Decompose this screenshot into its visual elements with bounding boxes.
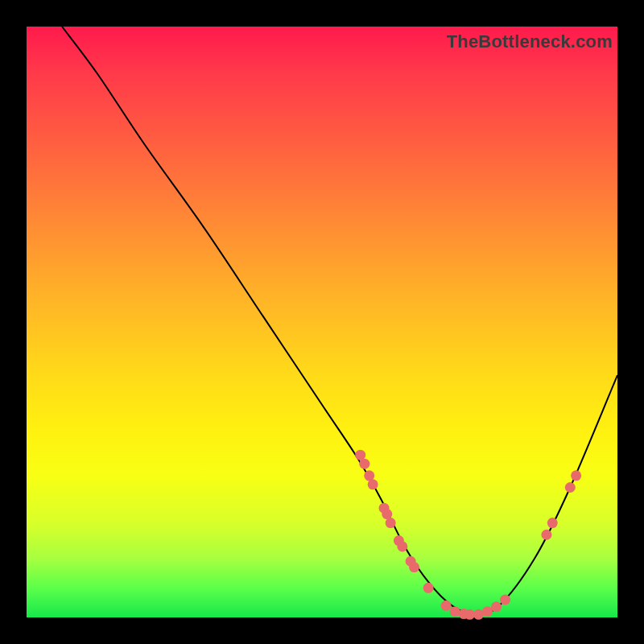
data-marker bbox=[500, 594, 510, 605]
data-marker bbox=[565, 482, 576, 493]
data-marker bbox=[359, 459, 369, 469]
data-marker bbox=[571, 470, 581, 481]
data-marker bbox=[547, 518, 558, 528]
bottleneck-curve bbox=[62, 27, 617, 614]
data-marker bbox=[368, 479, 378, 489]
data-marker bbox=[386, 518, 396, 528]
data-marker bbox=[397, 541, 407, 551]
data-marker bbox=[450, 606, 460, 617]
bottleneck-curve-svg bbox=[27, 27, 617, 617]
data-marker bbox=[441, 601, 452, 611]
plot-area: TheBottleneck.com bbox=[27, 27, 617, 617]
data-marker bbox=[423, 583, 434, 593]
data-marker bbox=[482, 606, 493, 617]
data-marker bbox=[409, 562, 419, 572]
data-marker bbox=[541, 530, 551, 540]
data-marker bbox=[491, 601, 502, 612]
marker-group bbox=[355, 450, 581, 620]
data-marker bbox=[473, 609, 484, 620]
chart-frame: TheBottleneck.com bbox=[0, 0, 644, 644]
